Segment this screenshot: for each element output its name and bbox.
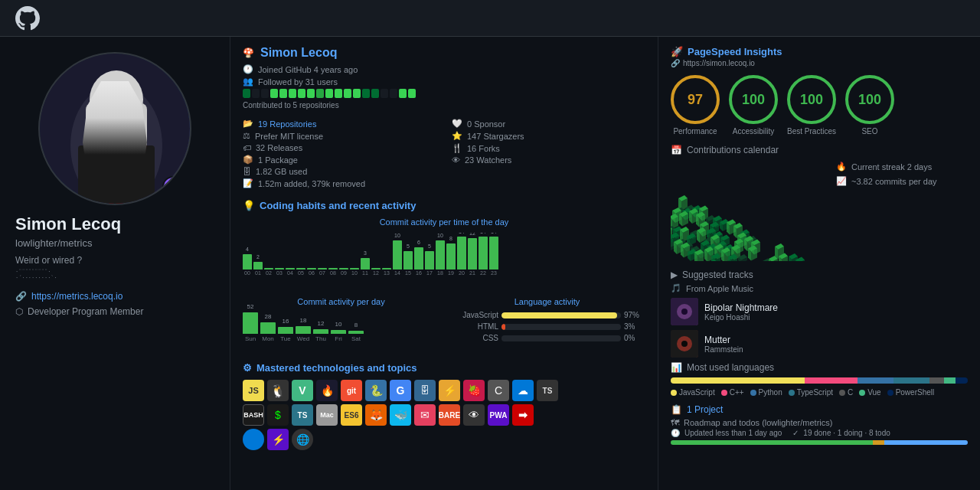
svg-rect-8: [136, 103, 147, 149]
tag-icon: 🏷: [243, 143, 251, 152]
js-icon: JS: [243, 380, 264, 401]
python-icon: 🐍: [365, 380, 387, 401]
hourly-bar-rect: [307, 268, 316, 270]
email-icon: ✉: [414, 404, 436, 426]
lang-progress-bar: [671, 377, 968, 384]
svg-point-10: [103, 118, 111, 124]
avatar-badge: ⬆: [162, 176, 184, 198]
play-icon: ▶: [671, 270, 678, 280]
seo-circle: 100: [845, 75, 894, 124]
svg-point-11: [122, 118, 129, 124]
contrib-cell: [381, 89, 388, 98]
track-1: Bipolar Nightmare Keigo Hoashi: [671, 298, 968, 325]
stat-stars: ⭐ 147 Stargazers: [452, 131, 645, 141]
docker-icon: 🐳: [390, 404, 411, 426]
navbar: [0, 0, 980, 37]
accessibility-circle: 100: [729, 75, 778, 124]
clock-icon2: 🕐: [671, 429, 680, 437]
contrib-cell: [252, 89, 260, 98]
meta-followers: 👥 Followed by 31 users: [243, 77, 645, 87]
website-link[interactable]: 🔗 https://metrics.lecoq.io: [15, 291, 214, 302]
stat-repos: 📂 19 Repositories: [243, 119, 436, 129]
contrib-cell: [243, 89, 250, 98]
package-icon: 📦: [243, 155, 253, 165]
avg-commits-item: 📈 ~3.82 commits per day: [836, 176, 968, 186]
profile-links: 🔗 https://metrics.lecoq.io ⬡ Developer P…: [15, 291, 214, 317]
music-icon: 🎵: [671, 283, 681, 293]
topics-title: ⚙ Mastered technologies and topics: [243, 362, 645, 374]
ascii-art: ·¨¨¨¨¨¨¨¨¨··´·········`·: [15, 269, 214, 282]
profile-handle: lowlighter/metrics: [15, 237, 214, 249]
svg-rect-3: [109, 145, 124, 204]
contrib-cell: [270, 89, 278, 98]
calendar-area: 🔥 Current streak 2 days 📈 ~3.82 commits …: [671, 162, 968, 263]
svg-rect-2: [78, 145, 155, 204]
performance-label: Performance: [673, 127, 717, 136]
daily-chart-title: Commit activity per day: [243, 297, 439, 306]
hourly-bar-rect: [382, 268, 391, 270]
tech-icons-row2: BASH $ TS Mac ES6 🦊 🐳 ✉ BARE 👁 PWA ➡: [243, 404, 645, 426]
hourly-bar-rect: [328, 268, 338, 270]
score-performance: 97 Performance: [671, 75, 720, 136]
heart-icon: 🤍: [452, 119, 462, 129]
badge-link: ⬡ Developer Program Member: [15, 306, 214, 317]
hourly-bar-rect: [243, 254, 252, 270]
svg-point-6: [90, 70, 143, 129]
rocket-icon: 🚀: [671, 46, 683, 57]
svg-rect-16: [103, 115, 112, 116]
track-2: Mutter Rammstein: [671, 330, 968, 358]
arduino-icon: ⚡: [439, 380, 460, 401]
azure-icon: ☁: [512, 380, 534, 401]
svg-point-13: [123, 119, 128, 122]
accessibility-label: Accessibility: [733, 127, 774, 136]
seo-label: SEO: [861, 127, 877, 136]
contrib-cell: [325, 89, 333, 98]
stat-sponsor: 🤍 0 Sponsor: [452, 119, 645, 129]
hourly-bar-col: 616: [414, 239, 423, 276]
hourly-bar-rect: [393, 240, 402, 270]
road-icon: 🗺: [671, 418, 679, 427]
stat-releases: 🏷 32 Releases: [243, 143, 436, 152]
hourly-bar-col: 04: [286, 260, 295, 276]
project-title: 📋 1 Project: [671, 404, 968, 415]
svg-point-18: [115, 126, 118, 127]
streak-item: 🔥 Current streak 2 days: [836, 162, 968, 172]
gear-icon: ⚙: [243, 362, 252, 374]
project-desc: 🗺 Roadmap and todos (lowlighter/metrics): [671, 418, 968, 427]
left-panel: ⬆ Simon Lecoq lowlighter/metrics Weird o…: [0, 37, 230, 490]
track-2-thumb: [671, 330, 698, 358]
db-icon: 🗄: [243, 167, 251, 176]
contrib-cell: [289, 89, 296, 98]
hourly-bar-col: 06: [307, 260, 316, 276]
svg-point-288: [681, 309, 688, 315]
c-icon: C: [488, 380, 509, 401]
svg-point-12: [105, 119, 109, 122]
bash-icon: BASH: [243, 404, 264, 426]
badge-icon: ⬡: [15, 306, 23, 317]
best-practices-circle: 100: [787, 75, 836, 124]
svg-point-291: [681, 341, 688, 347]
username[interactable]: Simon Lecoq: [260, 46, 337, 60]
score-row: 97 Performance 100 Accessibility 100 Bes…: [671, 75, 968, 136]
tech-icons-row1: JS 🐧 V 🔥 git 🐍 G 🗄 ⚡ 🍓 C ☁ TS: [243, 380, 645, 401]
track-2-info: Mutter Rammstein: [704, 335, 743, 354]
hourly-bar-rect: [275, 268, 284, 270]
most-used-title: 📊 Most used languages: [671, 362, 968, 373]
lang-chart-title: Language activity: [449, 297, 645, 306]
svg-rect-17: [121, 115, 130, 116]
topics-section: ⚙ Mastered technologies and topics JS 🐧 …: [243, 362, 645, 450]
pwa-icon: PWA: [488, 404, 509, 426]
hourly-bar-rect: [264, 268, 273, 270]
flame-icon: 🔥: [836, 162, 847, 172]
hourly-bar-rect: [371, 268, 381, 270]
hourly-bar-col: 12: [371, 260, 381, 276]
contrib-cell: [279, 89, 287, 98]
hourly-bar-chart: 4002010203040506070809103111213101451561…: [243, 233, 645, 288]
profile-name: Simon Lecoq: [15, 214, 214, 234]
hourly-bar-rect: [361, 258, 370, 270]
hourly-bar-col: 201: [253, 253, 263, 276]
hourly-bar-col: 1423: [489, 233, 498, 276]
hourly-bar-col: 03: [275, 260, 284, 276]
google-icon: G: [390, 380, 411, 401]
lang-bar-chart: JavaScript97%HTML3%CSS0%: [449, 311, 645, 342]
